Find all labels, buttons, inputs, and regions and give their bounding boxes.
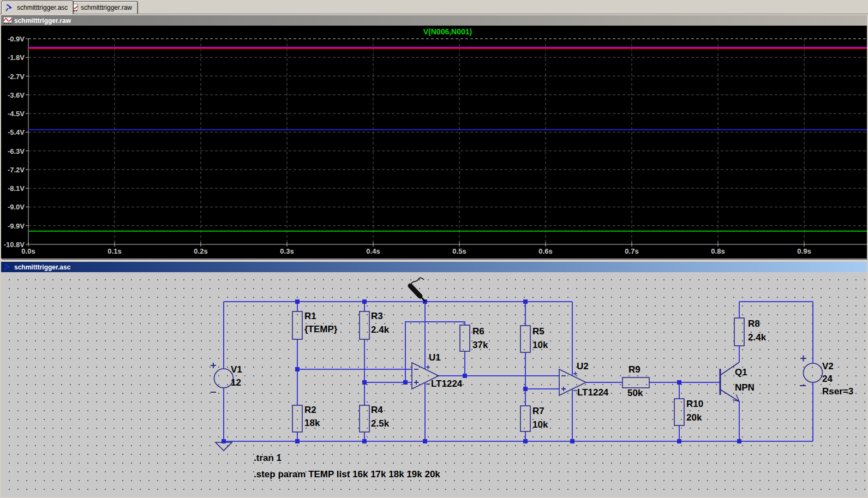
label-V2-value: 24 bbox=[822, 374, 833, 385]
label-V2-extra: Rser=3 bbox=[822, 387, 853, 397]
label-R5-value: 10k bbox=[532, 340, 548, 351]
label-V1-ref: V1 bbox=[231, 365, 242, 375]
voltage-source-V2[interactable] bbox=[800, 356, 823, 386]
tab-schmitttrigger-asc[interactable]: schmitttrigger.asc bbox=[1, 1, 74, 14]
label-directive-tran: .tran 1 bbox=[254, 453, 282, 464]
schematic-window: schmitttrigger.asc bbox=[0, 261, 868, 498]
schematic-titlebar[interactable]: schmitttrigger.asc bbox=[1, 262, 867, 272]
tab-label: schmitttrigger.asc bbox=[17, 4, 68, 11]
tab-label: schmitttrigger.raw bbox=[81, 4, 132, 11]
resistor-R10[interactable] bbox=[674, 399, 684, 425]
x-tick-label: 0.2s bbox=[194, 247, 207, 255]
x-tick-label: 0.4s bbox=[366, 247, 380, 255]
label-R3-ref: R3 bbox=[371, 311, 383, 322]
waveform-doc-icon bbox=[3, 17, 12, 25]
y-tick-label: -5.4V bbox=[8, 128, 25, 136]
label-Q1-value: NPN bbox=[735, 383, 755, 393]
waveform-plot-area[interactable]: -0.9V-1.8V-2.7V-3.6V-4.5V-5.4V-6.3V-7.2V… bbox=[1, 26, 867, 259]
waveform-window: schmitttrigger.raw -0.9V-1.8V-2.7V-3.6V-… bbox=[0, 14, 868, 261]
waveform-plot: -0.9V-1.8V-2.7V-3.6V-4.5V-5.4V-6.3V-7.2V… bbox=[1, 26, 867, 259]
y-tick-label: -0.9V bbox=[8, 35, 25, 43]
document-tab-bar: schmitttrigger.asc schmitttrigger.raw bbox=[0, 0, 868, 14]
resistor-R5[interactable] bbox=[520, 326, 530, 352]
resistor-R7[interactable] bbox=[520, 406, 530, 431]
label-R7-value: 10k bbox=[532, 420, 548, 430]
label-R2-ref: R2 bbox=[304, 405, 316, 416]
component-symbols bbox=[211, 311, 823, 451]
y-tick-label: -8.1V bbox=[8, 184, 25, 193]
resistor-R4[interactable] bbox=[360, 405, 369, 432]
schematic-doc-icon bbox=[5, 4, 14, 12]
y-tick-label: -9.9V bbox=[8, 222, 25, 230]
wire-junctions bbox=[222, 299, 741, 443]
ltspice-mdi-area: schmitttrigger.asc schmitttrigger.raw bbox=[0, 0, 868, 498]
label-R5-ref: R5 bbox=[532, 327, 544, 337]
waveform-titlebar[interactable]: schmitttrigger.raw bbox=[1, 15, 867, 26]
x-tick-label: 0.7s bbox=[625, 247, 638, 255]
label-Q1-ref: Q1 bbox=[735, 368, 747, 378]
y-tick-label: -4.5V bbox=[8, 110, 25, 118]
label-R9-value: 50k bbox=[627, 388, 643, 399]
label-R1-ref: R1 bbox=[304, 311, 316, 322]
label-R6-ref: R6 bbox=[472, 327, 484, 337]
label-U1-ref: U1 bbox=[429, 353, 441, 363]
y-tick-label: -1.8V bbox=[8, 53, 25, 62]
label-U2-ref: U2 bbox=[577, 362, 589, 372]
label-R3-value: 2.4k bbox=[371, 325, 389, 335]
ground-symbol[interactable] bbox=[215, 442, 232, 451]
x-tick-label: 0.1s bbox=[107, 247, 121, 255]
resistor-R2[interactable] bbox=[292, 405, 302, 432]
y-tick-label: -7.2V bbox=[8, 166, 25, 174]
label-R8-ref: R8 bbox=[748, 319, 760, 329]
schematic-doc-icon bbox=[3, 263, 12, 271]
label-R9-ref: R9 bbox=[628, 365, 640, 375]
voltage-source-V1[interactable] bbox=[211, 363, 234, 392]
resistor-R3[interactable] bbox=[360, 311, 369, 339]
x-tick-label: 0.3s bbox=[280, 247, 294, 255]
label-U1-value: LT1224 bbox=[431, 379, 462, 389]
label-R2-value: 18k bbox=[304, 418, 320, 429]
y-tick-label: -2.7V bbox=[8, 73, 25, 81]
label-R4-ref: R4 bbox=[371, 405, 383, 416]
label-V2-ref: V2 bbox=[822, 362, 834, 372]
y-tick-label: -6.3V bbox=[8, 147, 25, 155]
x-tick-label: 0.5s bbox=[452, 247, 466, 255]
x-tick-label: 0.6s bbox=[538, 247, 552, 255]
x-tick-label: 0.9s bbox=[797, 247, 811, 255]
tab-schmitttrigger-raw[interactable]: schmitttrigger.raw bbox=[65, 1, 138, 14]
y-tick-label: -9.0V bbox=[8, 203, 25, 211]
label-V1-value: 12 bbox=[231, 378, 241, 388]
resistor-R6[interactable] bbox=[460, 325, 470, 351]
y-tick-label: -3.6V bbox=[8, 91, 25, 99]
label-R7-ref: R7 bbox=[532, 406, 544, 417]
label-R6-value: 37k bbox=[472, 340, 488, 351]
waveform-window-title: schmitttrigger.raw bbox=[14, 17, 71, 25]
label-R10-value: 20k bbox=[686, 413, 702, 423]
schematic-window-title: schmitttrigger.asc bbox=[14, 263, 70, 271]
label-R1-value: {TEMP} bbox=[304, 325, 337, 335]
resistor-R9[interactable] bbox=[622, 377, 649, 388]
schematic-canvas[interactable]: V112R1{TEMP}R218kR32.4kR42.5kU1LT1224R63… bbox=[1, 272, 867, 497]
label-directive-step: .step param TEMP list 16k 17k 18k 19k 20… bbox=[254, 470, 440, 480]
plot-title: V(N006,N001) bbox=[423, 27, 472, 36]
x-tick-label: 0.0s bbox=[21, 247, 35, 255]
resistor-R8[interactable] bbox=[734, 318, 744, 346]
label-U2-value: LT1224 bbox=[577, 388, 608, 398]
label-R8-value: 2.4k bbox=[748, 333, 766, 343]
label-R4-value: 2.5k bbox=[371, 419, 389, 429]
probe-cursor bbox=[410, 278, 425, 301]
x-tick-label: 0.8s bbox=[711, 247, 725, 255]
label-R10-ref: R10 bbox=[686, 399, 703, 410]
resistor-R1[interactable] bbox=[292, 311, 302, 339]
